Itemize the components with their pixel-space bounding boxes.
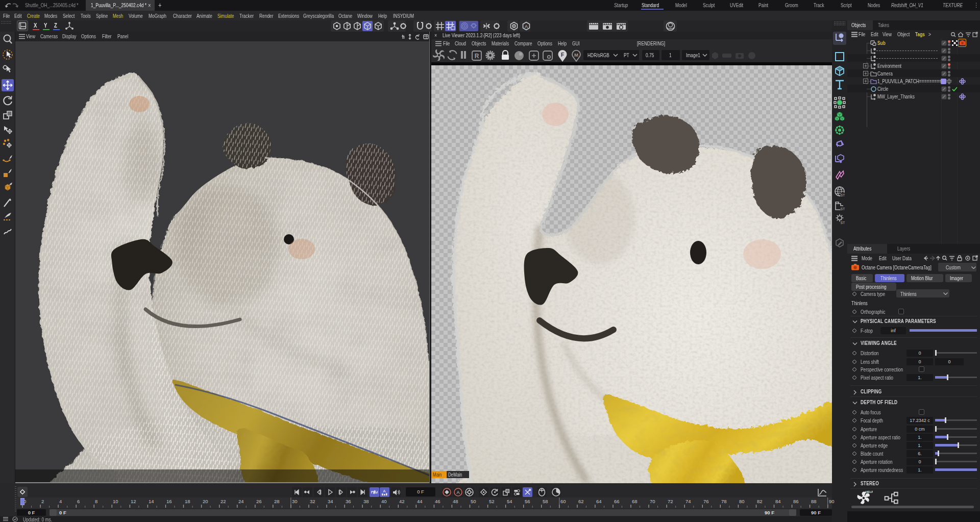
svg-text:R: R [475,53,479,60]
svg-text:ST: ST [841,221,845,225]
svg-text:HELP: HELP [866,490,873,493]
svg-text:A: A [456,490,459,495]
svg-text:ST: ST [841,193,845,197]
svg-text:A: A [525,24,528,29]
svg-text:F: F [561,52,564,58]
svg-text:A: A [383,489,386,493]
svg-text:ST: ST [841,207,845,211]
svg-text:M: M [574,52,578,58]
